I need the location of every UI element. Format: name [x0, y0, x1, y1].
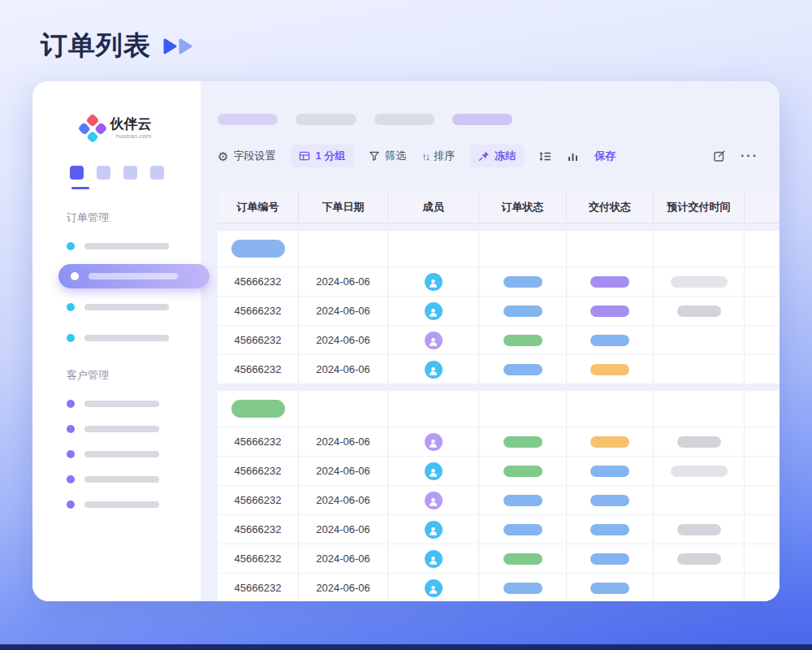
column-header[interactable]: 成员 — [388, 192, 479, 223]
row-height-glyph — [539, 150, 551, 162]
chart-icon[interactable] — [567, 150, 579, 162]
table-row[interactable]: 456662322024-06-06 — [218, 296, 780, 325]
sidebar-tab[interactable] — [150, 166, 164, 180]
sidebar-item[interactable] — [67, 416, 201, 441]
sidebar-item[interactable] — [67, 233, 201, 258]
app-window: 伙伴云 huoban.com 订单管理客户管理 ⚙ 字段设置 1 分组 — [32, 81, 780, 601]
sidebar-item[interactable] — [67, 466, 201, 492]
toolbar-right: ··· — [713, 150, 758, 162]
column-header[interactable]: 下单日期 — [299, 192, 388, 223]
group-header-row[interactable] — [218, 391, 780, 427]
group-cell — [299, 231, 388, 266]
item-dot — [71, 272, 79, 280]
member-cell — [388, 297, 479, 325]
item-label-placeholder — [84, 335, 169, 341]
sidebar-sections: 订单管理客户管理 — [32, 210, 201, 517]
brand-petal — [77, 122, 90, 135]
order-no-cell: 45666232 — [218, 326, 299, 354]
item-dot — [67, 425, 75, 433]
item-label-placeholder — [84, 304, 169, 310]
item-dot — [67, 475, 75, 483]
member-avatar — [425, 462, 443, 480]
item-dot — [67, 242, 75, 250]
eta-cell — [654, 574, 745, 601]
eta-placeholder — [677, 436, 721, 448]
freeze-button[interactable]: 冻结 — [470, 145, 524, 167]
eta-placeholder — [671, 276, 728, 288]
delivery-status-pill — [590, 306, 629, 317]
item-dot — [67, 400, 75, 408]
member-cell — [388, 486, 479, 514]
group-header-row[interactable] — [218, 231, 780, 266]
save-button[interactable]: 保存 — [594, 149, 615, 163]
column-header[interactable]: 预计交付时间 — [654, 192, 745, 223]
table-row[interactable]: 456662322024-06-06 — [218, 573, 780, 601]
delivery-status-pill — [590, 524, 629, 535]
table-row[interactable]: 456662322024-06-06 — [218, 514, 780, 544]
delivery-status-pill — [590, 364, 629, 375]
eta-cell — [654, 544, 745, 573]
item-label-placeholder — [84, 476, 159, 483]
sidebar-item[interactable] — [67, 391, 201, 416]
brand: 伙伴云 huoban.com — [32, 117, 201, 140]
view-tab[interactable] — [218, 114, 278, 125]
sidebar-item[interactable] — [67, 294, 201, 319]
table-row[interactable]: 456662322024-06-06 — [218, 266, 780, 296]
order-no-cell: 45666232 — [218, 427, 299, 456]
member-cell — [388, 515, 479, 544]
active-tab-underline — [71, 187, 89, 189]
sidebar-tab[interactable] — [123, 166, 137, 180]
column-header[interactable]: 交付状态 — [567, 192, 654, 223]
section-items — [32, 391, 201, 517]
order-status-cell — [479, 427, 567, 456]
column-header[interactable]: 订单状态 — [479, 192, 567, 223]
sidebar-tab[interactable] — [97, 166, 110, 180]
column-header[interactable]: 订单编号 — [218, 192, 299, 223]
order-status-cell — [479, 486, 567, 514]
order-no-cell: 45666232 — [218, 267, 299, 296]
order-no-cell: 45666232 — [218, 355, 299, 384]
sidebar-item[interactable] — [67, 492, 201, 517]
order-status-pill — [503, 276, 542, 288]
column-header-empty — [745, 192, 780, 223]
order-status-pill — [503, 306, 542, 317]
member-cell — [388, 457, 479, 485]
edit-icon[interactable] — [713, 150, 726, 162]
view-tab[interactable] — [452, 114, 512, 125]
table-row[interactable]: 456662322024-06-06 — [218, 485, 780, 514]
person-icon — [428, 366, 438, 376]
sidebar-item[interactable] — [67, 325, 201, 350]
member-avatar — [425, 273, 443, 291]
view-tab[interactable] — [296, 114, 356, 125]
group-cell — [567, 231, 654, 266]
filter-label: 筛选 — [385, 149, 406, 163]
table-row[interactable]: 456662322024-06-06 — [218, 427, 780, 456]
delivery-status-cell — [567, 574, 654, 601]
table-row[interactable]: 456662322024-06-06 — [218, 325, 780, 354]
section-label: 客户管理 — [67, 368, 201, 383]
order-date-cell: 2024-06-06 — [299, 457, 388, 485]
table-row[interactable]: 456662322024-06-06 — [218, 456, 780, 485]
sidebar-item[interactable] — [58, 264, 209, 288]
order-status-pill — [503, 583, 542, 594]
eta-cell — [654, 486, 745, 514]
sidebar-tab[interactable] — [70, 166, 84, 180]
empty-cell — [745, 544, 780, 573]
sort-button[interactable]: ↑↓ 排序 — [421, 149, 455, 163]
table-row[interactable]: 456662322024-06-06 — [218, 544, 780, 573]
item-dot — [67, 450, 75, 458]
sidebar-item[interactable] — [67, 441, 201, 466]
filter-button[interactable]: 筛选 — [369, 149, 406, 163]
order-status-pill — [503, 495, 542, 506]
order-no-cell: 45666232 — [218, 486, 299, 514]
field-settings-button[interactable]: ⚙ 字段设置 — [218, 149, 275, 163]
table-row[interactable]: 456662322024-06-06 — [218, 354, 780, 384]
page-title: 订单列表 — [41, 28, 151, 64]
view-tab[interactable] — [374, 114, 434, 125]
more-button[interactable]: ··· — [741, 150, 758, 162]
person-icon — [428, 496, 438, 507]
funnel-icon — [369, 150, 380, 162]
group-cell — [388, 231, 479, 266]
row-height-icon[interactable] — [539, 150, 551, 162]
group-button[interactable]: 1 分组 — [291, 145, 353, 167]
